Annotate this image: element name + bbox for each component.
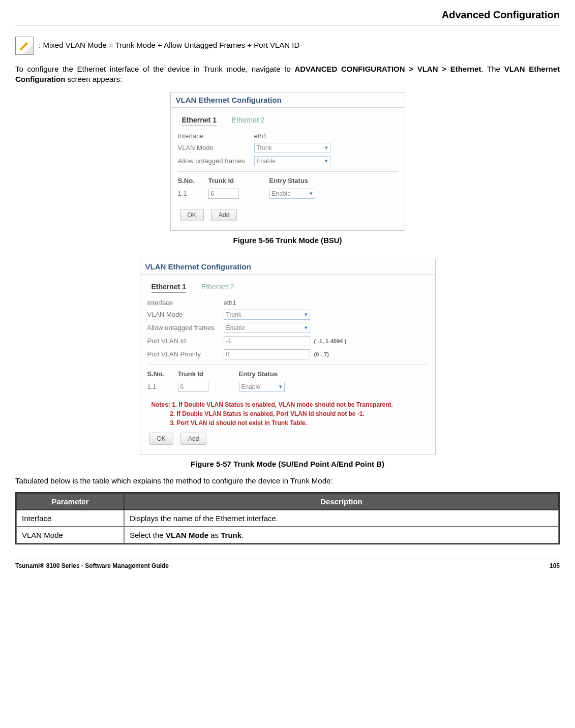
figure-5-56-caption: Figure 5-56 Trunk Mode (BSU) — [15, 236, 560, 245]
tab-ethernet1[interactable]: Ethernet 1 — [152, 283, 186, 293]
th-sno: S.No. — [147, 370, 178, 378]
note-icon — [15, 37, 34, 55]
port-vlan-priority-label: Port VLAN Priority — [147, 350, 224, 358]
tab-ethernet2[interactable]: Ethernet 2 — [201, 283, 234, 292]
trunk-id-input[interactable]: 6 — [178, 382, 208, 392]
chevron-down-icon: ▾ — [305, 324, 308, 331]
parameters-table: Parameter Description Interface Displays… — [15, 492, 560, 544]
interface-value: eth1 — [254, 132, 267, 140]
intro-post2: screen appears: — [65, 75, 122, 83]
chevron-down-icon: ▾ — [305, 311, 308, 318]
th-trunk: Trunk Id — [178, 370, 239, 378]
table-row: Interface Displays the name of the Ether… — [16, 510, 559, 527]
allow-untagged-select[interactable]: Enable▾ — [224, 323, 310, 333]
th-description: Description — [124, 493, 559, 510]
port-vlan-priority-input[interactable]: 0 — [224, 349, 310, 359]
chevron-down-icon: ▾ — [279, 383, 282, 390]
th-parameter: Parameter — [16, 493, 124, 510]
entry-status-value: Enable — [241, 383, 260, 390]
port-vlan-priority-range: (0 - 7) — [314, 351, 329, 357]
port-vlan-id-label: Port VLAN Id — [147, 337, 224, 345]
page-header: Advanced Configuration — [15, 9, 560, 21]
th-sno: S.No. — [178, 177, 208, 185]
th-trunk: Trunk Id — [208, 177, 269, 185]
td-sno: 1.1 — [178, 190, 208, 197]
vlan-panel-bsu: VLAN Ethernet Configuration Ethernet 1 E… — [170, 92, 405, 231]
vlan-panel-su: VLAN Ethernet Configuration Ethernet 1 E… — [140, 259, 436, 454]
note-3: 3. Port VLAN id should not exist in Trun… — [170, 419, 307, 427]
footer-left: Tsunami® 8100 Series - Software Manageme… — [15, 562, 169, 569]
table-intro: Tabulated below is the table which expla… — [15, 476, 560, 485]
port-vlan-id-input[interactable]: -1 — [224, 336, 310, 346]
td-sno: 1.1 — [147, 383, 178, 390]
vlan-mode-label: VLAN Mode — [178, 144, 254, 151]
td-param: Interface — [16, 510, 124, 527]
intro-post1: . The — [481, 65, 504, 73]
chevron-down-icon: ▾ — [325, 144, 328, 151]
chevron-down-icon: ▾ — [325, 158, 328, 164]
th-entry: Entry Status — [269, 177, 398, 185]
td-param: VLAN Mode — [16, 527, 124, 543]
add-button[interactable]: Add — [211, 209, 237, 221]
trunk-id-input[interactable]: 6 — [208, 189, 239, 199]
vlan-mode-select[interactable]: Trunk▾ — [254, 143, 330, 153]
entry-status-select[interactable]: Enable▾ — [239, 382, 285, 392]
vlan-mode-value: Trunk — [226, 311, 241, 318]
intro-paragraph: To configure the Ethernet interface of t… — [15, 64, 560, 85]
panel2-notes: Notes: 1. If Double VLAN Status is enabl… — [152, 400, 428, 428]
vlan-mode-value: Trunk — [257, 144, 272, 151]
allow-untagged-value: Enable — [257, 158, 276, 165]
interface-label: Interface — [178, 132, 254, 140]
entry-status-select[interactable]: Enable▾ — [269, 189, 315, 199]
allow-untagged-label: Allow untagged frames — [147, 324, 224, 331]
table-row: VLAN Mode Select the VLAN Mode as Trunk. — [16, 527, 559, 543]
chevron-down-icon: ▾ — [310, 190, 313, 197]
panel2-title: VLAN Ethernet Configuration — [140, 259, 435, 275]
allow-untagged-label: Allow untagged frames — [178, 157, 254, 165]
note-2: 2. If Double VLAN Status is enabled, Por… — [170, 410, 365, 417]
intro-pre: To configure the Ethernet interface of t… — [15, 65, 294, 73]
note-line: : Mixed VLAN Mode = Trunk Mode + Allow U… — [15, 37, 560, 55]
td-desc: Displays the name of the Ethernet interf… — [124, 510, 559, 527]
note-text: : Mixed VLAN Mode = Trunk Mode + Allow U… — [39, 41, 299, 49]
th-entry: Entry Status — [239, 370, 428, 378]
figure-5-57-caption: Figure 5-57 Trunk Mode (SU/End Point A/E… — [15, 460, 560, 468]
allow-untagged-value: Enable — [226, 324, 245, 331]
td-desc: Select the VLAN Mode as Trunk. — [124, 527, 559, 543]
vlan-mode-label: VLAN Mode — [147, 311, 224, 318]
panel1-title: VLAN Ethernet Configuration — [171, 93, 405, 108]
intro-path: ADVANCED CONFIGURATION > VLAN > Ethernet — [294, 65, 481, 73]
footer-divider — [15, 559, 560, 559]
allow-untagged-select[interactable]: Enable▾ — [254, 156, 330, 166]
notes-head: Notes: — [152, 401, 172, 408]
footer-right: 105 — [550, 562, 560, 569]
tab-ethernet1[interactable]: Ethernet 1 — [182, 116, 217, 126]
interface-value: eth1 — [224, 299, 236, 307]
entry-status-value: Enable — [272, 190, 291, 197]
vlan-mode-select[interactable]: Trunk▾ — [224, 310, 310, 320]
ok-button[interactable]: OK — [180, 209, 204, 221]
note-1: 1. If Double VLAN Status is enabled, VLA… — [172, 401, 393, 408]
tab-ethernet2[interactable]: Ethernet 2 — [232, 116, 265, 126]
port-vlan-id-range: ( -1, 1-4094 ) — [314, 338, 347, 344]
add-button[interactable]: Add — [180, 433, 206, 445]
interface-label: Interface — [147, 299, 224, 307]
ok-button[interactable]: OK — [149, 433, 173, 445]
divider — [15, 25, 560, 25]
